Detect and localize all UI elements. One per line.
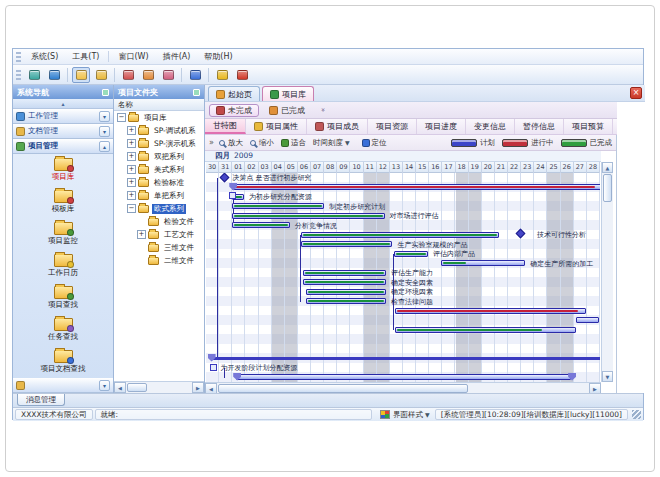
task-bar[interactable] bbox=[232, 184, 600, 190]
view-tab-暂停信息[interactable]: 暂停信息 bbox=[515, 119, 564, 134]
sidebar-section-more[interactable]: ▾ bbox=[13, 378, 113, 393]
scroll-right-icon[interactable]: ▶ bbox=[192, 382, 204, 393]
sidebar-item-项目文档查找[interactable]: 项目文档查找 bbox=[13, 346, 113, 378]
menu-item-0[interactable]: 系统(S) bbox=[24, 50, 65, 63]
task-bar[interactable] bbox=[576, 317, 598, 323]
tree-item-SP-调试机系[interactable]: +SP-调试机系 bbox=[114, 124, 204, 137]
expand-icon[interactable]: + bbox=[127, 165, 136, 174]
document-orange-button[interactable] bbox=[139, 67, 157, 83]
task-bar[interactable] bbox=[232, 222, 290, 228]
sidebar-item-任务查找[interactable]: 任务查找 bbox=[13, 314, 113, 346]
tree-item-美式系列[interactable]: +美式系列 bbox=[114, 163, 204, 176]
sidebar-item-项目库[interactable]: 项目库 bbox=[13, 154, 113, 186]
message-manager-tab[interactable]: 消息管理 bbox=[17, 394, 65, 406]
expand-icon[interactable]: + bbox=[127, 191, 136, 200]
gantt-horizontal-scrollbar[interactable]: ◀▶ bbox=[205, 382, 601, 393]
scroll-thumb[interactable] bbox=[127, 383, 147, 392]
sidebar-item-模板库[interactable]: 模板库 bbox=[13, 186, 113, 218]
chevron-down-icon[interactable]: ▼ bbox=[425, 411, 430, 418]
task-bar[interactable] bbox=[236, 374, 571, 380]
scroll-right-icon[interactable]: ▶ bbox=[589, 383, 601, 394]
gantt-button-适合[interactable]: 适合 bbox=[281, 138, 306, 148]
pin-icon[interactable] bbox=[102, 89, 109, 96]
view-tab-项目进度[interactable]: 项目进度 bbox=[417, 119, 466, 134]
tree-item-欧式系列[interactable]: −欧式系列 bbox=[114, 202, 204, 215]
style-button[interactable]: 界面样式 bbox=[393, 410, 423, 420]
filter-已完成[interactable]: 已完成 bbox=[263, 104, 311, 117]
task-bar[interactable] bbox=[395, 308, 585, 314]
task-bar[interactable] bbox=[303, 270, 386, 276]
document-pink-button[interactable] bbox=[159, 67, 177, 83]
close-icon[interactable]: × bbox=[630, 87, 642, 99]
collapse-icon[interactable]: − bbox=[117, 113, 126, 122]
sidebar-collapse-button[interactable]: ▴ bbox=[13, 99, 113, 109]
expand-icon[interactable]: + bbox=[127, 152, 136, 161]
sidebar-item-项目监控[interactable]: 项目监控 bbox=[13, 218, 113, 250]
collapse-icon[interactable]: − bbox=[127, 204, 136, 213]
tree-item-双把系列[interactable]: +双把系列 bbox=[114, 150, 204, 163]
view-tab-项目属性[interactable]: 项目属性 bbox=[246, 119, 307, 134]
tree-horizontal-scrollbar[interactable]: ◀▶ bbox=[114, 381, 204, 393]
task-bar[interactable] bbox=[441, 260, 525, 266]
toolbar-grip[interactable] bbox=[16, 70, 21, 80]
task-bar[interactable] bbox=[395, 327, 576, 333]
tree-item-二维文件[interactable]: 二维文件 bbox=[114, 254, 204, 267]
chevron-down-icon[interactable]: ▾ bbox=[99, 380, 110, 391]
gantt-button-缩小[interactable]: 缩小 bbox=[250, 138, 274, 148]
tree-item-工艺文件[interactable]: +工艺文件 bbox=[114, 228, 204, 241]
tab-项目库[interactable]: 项目库 bbox=[262, 86, 314, 101]
chevron-down-icon[interactable]: ▾ bbox=[99, 111, 110, 122]
sidebar-item-工作日历[interactable]: 工作日历 bbox=[13, 250, 113, 282]
task-bar[interactable] bbox=[306, 298, 386, 304]
tab-起始页[interactable]: 起始页 bbox=[208, 86, 260, 101]
view-tab-甘特图[interactable]: 甘特图 bbox=[205, 119, 246, 134]
sidebar-section-0[interactable]: 工作管理▾ bbox=[13, 109, 113, 124]
scroll-thumb[interactable] bbox=[603, 174, 612, 202]
gantt-chart-body[interactable]: 决策点 是否进行初步研究为初步研究分配资源制定初步研究计划对市场进行评估分析竞争… bbox=[206, 173, 600, 382]
sidebar-section-1[interactable]: 文档管理▾ bbox=[13, 124, 113, 139]
folder-report-button[interactable] bbox=[92, 67, 110, 83]
scroll-thumb[interactable] bbox=[218, 384, 468, 393]
sidebar-section-2[interactable]: 项目管理▴ bbox=[13, 139, 113, 154]
chevron-down-icon[interactable]: ▾ bbox=[99, 126, 110, 137]
scroll-down-icon[interactable]: ▼ bbox=[602, 371, 613, 382]
chevron-down-icon[interactable]: » bbox=[319, 108, 327, 112]
tree-item-SP-演示机系[interactable]: +SP-演示机系 bbox=[114, 137, 204, 150]
tree-item-检验标准[interactable]: +检验标准 bbox=[114, 176, 204, 189]
task-bar[interactable] bbox=[301, 232, 499, 238]
overflow-icon[interactable]: » bbox=[209, 138, 214, 147]
tree-item-三维文件[interactable]: 三维文件 bbox=[114, 241, 204, 254]
task-bar[interactable] bbox=[394, 251, 428, 257]
tree-column-header[interactable]: 名称 bbox=[114, 99, 204, 111]
view-tab-项目成员[interactable]: 项目成员 bbox=[307, 119, 368, 134]
resize-grip[interactable] bbox=[632, 410, 641, 419]
chevron-up-icon[interactable]: ▴ bbox=[99, 141, 110, 152]
task-bar[interactable] bbox=[232, 203, 324, 209]
globe-button[interactable] bbox=[45, 67, 63, 83]
open-folder-button[interactable] bbox=[72, 67, 90, 83]
summary-bar[interactable] bbox=[211, 357, 600, 360]
expand-icon[interactable]: + bbox=[127, 178, 136, 187]
task-bar[interactable] bbox=[306, 289, 386, 295]
lock-button[interactable] bbox=[213, 67, 231, 83]
tree-item-检验文件[interactable]: 检验文件 bbox=[114, 215, 204, 228]
gantt-vertical-scrollbar[interactable]: ▲▼ bbox=[601, 162, 613, 382]
task-bar[interactable] bbox=[301, 241, 393, 247]
tree-item-单把系列[interactable]: +单把系列 bbox=[114, 189, 204, 202]
menu-item-1[interactable]: 工具(T) bbox=[65, 50, 106, 63]
sidebar-item-项目查找[interactable]: 项目查找 bbox=[13, 282, 113, 314]
menu-grip[interactable] bbox=[16, 52, 21, 62]
tree-item-项目库[interactable]: −项目库 bbox=[114, 111, 204, 124]
document-red-button[interactable] bbox=[119, 67, 137, 83]
square-milestone[interactable] bbox=[210, 364, 217, 371]
gantt-button-放大[interactable]: 放大 bbox=[219, 138, 243, 148]
start-marker[interactable] bbox=[229, 192, 236, 199]
view-tab-项目资源[interactable]: 项目资源 bbox=[368, 119, 417, 134]
gantt-button-定位[interactable]: 定位 bbox=[362, 138, 387, 148]
view-tab-变更信息[interactable]: 变更信息 bbox=[466, 119, 515, 134]
menu-item-2[interactable]: 窗口(W) bbox=[111, 50, 155, 63]
filter-未完成[interactable]: 未完成 bbox=[209, 104, 259, 117]
gantt-button-时间刻度[interactable]: 时间刻度▼ bbox=[313, 138, 355, 148]
scroll-left-icon[interactable]: ◀ bbox=[114, 382, 126, 393]
view-tab-项目预算[interactable]: 项目预算 bbox=[564, 119, 613, 134]
